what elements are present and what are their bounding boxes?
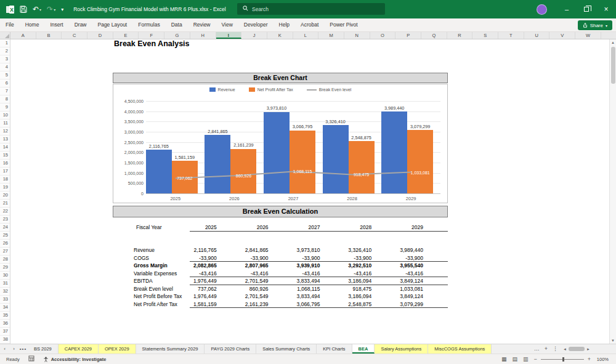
table-cell[interactable]: 1,976,449 xyxy=(190,277,241,285)
row-header-2[interactable]: 2 xyxy=(0,47,10,55)
table-cell[interactable]: 3,326,410 xyxy=(344,246,396,254)
row-header-32[interactable]: 32 xyxy=(0,288,10,296)
table-cell[interactable]: 3,849,124 xyxy=(396,277,448,285)
tab-options-icon[interactable]: ⋮ xyxy=(553,344,558,354)
page-break-view-icon[interactable]: ▥ xyxy=(523,356,529,362)
row-label[interactable]: Variable Expenses xyxy=(132,270,190,278)
undo-dropdown-icon[interactable]: ▾ xyxy=(39,7,41,12)
row-label[interactable]: Net Profit Before Tax xyxy=(132,293,190,301)
row-header-30[interactable]: 30 xyxy=(0,272,10,280)
table-cell[interactable]: 2,116,765 xyxy=(190,246,241,254)
column-header-h[interactable]: H xyxy=(190,32,216,39)
row-label[interactable]: COGS xyxy=(132,254,190,262)
table-cell[interactable]: -33,900 xyxy=(396,254,448,262)
sheet-tab-capex-2029[interactable]: CAPEX 2029 xyxy=(59,344,99,354)
column-header-u[interactable]: U xyxy=(524,32,550,39)
save-icon[interactable] xyxy=(20,6,27,13)
row-header-4[interactable]: 4 xyxy=(0,63,10,71)
sheet-nav-right-icon[interactable]: › xyxy=(9,344,18,354)
table-cell[interactable]: 860,926 xyxy=(241,285,293,293)
column-header-o[interactable]: O xyxy=(370,32,396,39)
row-header-31[interactable]: 31 xyxy=(0,280,10,288)
chart-bar-net-profit-after-tax-2029[interactable] xyxy=(407,130,433,193)
break-even-chart[interactable]: RevenueNet Profit After TaxBreak Even le… xyxy=(113,84,448,203)
chart-bar-revenue-2028[interactable] xyxy=(323,125,349,193)
column-header-r[interactable]: R xyxy=(447,32,473,39)
sheet-tab-kpi-charts[interactable]: KPI Charts xyxy=(317,344,352,354)
ribbon-tab-developer[interactable]: Developer xyxy=(238,18,274,31)
table-cell[interactable]: 3,079,299 xyxy=(396,301,448,308)
normal-view-icon[interactable]: ▦ xyxy=(501,356,507,362)
table-cell[interactable]: 1,033,081 xyxy=(396,285,448,293)
column-header-i[interactable]: I xyxy=(216,32,242,39)
zoom-slider-thumb[interactable] xyxy=(562,357,564,362)
zoom-out-icon[interactable]: − xyxy=(533,356,537,362)
table-cell[interactable]: -43,416 xyxy=(190,270,241,277)
sheet-nav-left-icon[interactable]: ‹ xyxy=(0,344,9,354)
row-header-15[interactable]: 15 xyxy=(0,152,10,160)
row-header-27[interactable]: 27 xyxy=(0,248,10,256)
sheet-tab-statements-summary-2029[interactable]: Statements Summary 2029 xyxy=(136,344,205,354)
page-layout-view-icon[interactable]: ▤ xyxy=(512,356,517,362)
zoom-level[interactable]: 100% xyxy=(596,357,609,362)
column-header-m[interactable]: M xyxy=(318,32,344,39)
ribbon-tab-home[interactable]: Home xyxy=(20,18,45,31)
sheet-nav-more-icon[interactable]: ••• xyxy=(18,344,28,354)
table-cell[interactable]: -33,900 xyxy=(190,254,241,262)
row-header-20[interactable]: 20 xyxy=(0,192,10,200)
table-cell[interactable]: 1,976,449 xyxy=(190,293,241,301)
chart-bar-net-profit-after-tax-2026[interactable] xyxy=(230,149,256,193)
sheet-tab-bs-2029[interactable]: BS 2029 xyxy=(28,344,59,354)
zoom-in-icon[interactable]: + xyxy=(588,356,591,362)
row-header-7[interactable]: 7 xyxy=(0,87,10,95)
sheet-tab-opex-2029[interactable]: OPEX 2029 xyxy=(99,344,136,354)
ribbon-tab-review[interactable]: Review xyxy=(188,18,216,31)
table-cell[interactable]: 2,548,875 xyxy=(344,301,396,308)
hscroll-left-icon[interactable]: ◄ xyxy=(563,347,567,351)
vertical-scroll-thumb[interactable] xyxy=(611,47,615,84)
table-cell[interactable]: 2,807,965 xyxy=(241,262,293,270)
sheet-tab-misccogs-assumptions[interactable]: MiscCOGS Assumptions xyxy=(428,344,492,354)
row-header-38[interactable]: 38 xyxy=(0,336,10,344)
column-header-l[interactable]: L xyxy=(293,32,319,39)
year-header-2026[interactable]: 2026 xyxy=(241,223,293,231)
column-header-p[interactable]: P xyxy=(395,32,421,39)
row-header-36[interactable]: 36 xyxy=(0,320,10,328)
table-cell[interactable]: 918,475 xyxy=(344,285,396,293)
column-header-s[interactable]: S xyxy=(472,32,498,39)
ribbon-tab-file[interactable]: File xyxy=(0,18,20,31)
column-header-g[interactable]: G xyxy=(164,32,190,39)
legend-item-revenue[interactable]: Revenue xyxy=(209,87,235,92)
table-cell[interactable]: -43,416 xyxy=(241,270,293,277)
row-label[interactable]: EBITDA xyxy=(132,277,190,285)
zoom-slider[interactable] xyxy=(541,359,584,360)
column-header-v[interactable]: V xyxy=(549,32,575,39)
row-header-12[interactable]: 12 xyxy=(0,127,10,135)
row-header-21[interactable]: 21 xyxy=(0,200,10,208)
row-header-17[interactable]: 17 xyxy=(0,168,10,176)
row-header-10[interactable]: 10 xyxy=(0,111,10,119)
table-cell[interactable]: 3,833,494 xyxy=(293,293,345,301)
table-cell[interactable]: 3,973,810 xyxy=(293,246,345,254)
row-header-5[interactable]: 5 xyxy=(0,71,10,79)
sheet-tab-payg-2029-charts[interactable]: PAYG 2029 Charts xyxy=(205,344,256,354)
sheet-tab-sales-summary-charts[interactable]: Sales Summary Charts xyxy=(256,344,317,354)
table-cell[interactable]: 2,701,549 xyxy=(241,277,293,285)
macro-record-icon[interactable] xyxy=(28,355,34,363)
row-header-18[interactable]: 18 xyxy=(0,176,10,184)
column-header-a[interactable]: A xyxy=(10,32,36,39)
column-header-j[interactable]: J xyxy=(241,32,267,39)
table-cell[interactable]: 2,701,549 xyxy=(241,293,293,301)
scroll-down-icon[interactable]: ▼ xyxy=(611,338,615,344)
row-header-13[interactable]: 13 xyxy=(0,135,10,144)
table-cell[interactable]: -33,900 xyxy=(293,254,345,262)
scroll-up-icon[interactable]: ▲ xyxy=(611,39,615,46)
table-cell[interactable]: 3,849,124 xyxy=(396,293,448,301)
select-all-corner[interactable] xyxy=(0,32,10,39)
row-header-33[interactable]: 33 xyxy=(0,296,10,304)
column-header-t[interactable]: T xyxy=(498,32,524,39)
more-sheets-icon[interactable]: … xyxy=(534,344,540,354)
table-cell[interactable]: 737,062 xyxy=(190,285,241,293)
table-cell[interactable]: 3,833,494 xyxy=(293,277,345,285)
ribbon-tab-data[interactable]: Data xyxy=(166,18,188,31)
